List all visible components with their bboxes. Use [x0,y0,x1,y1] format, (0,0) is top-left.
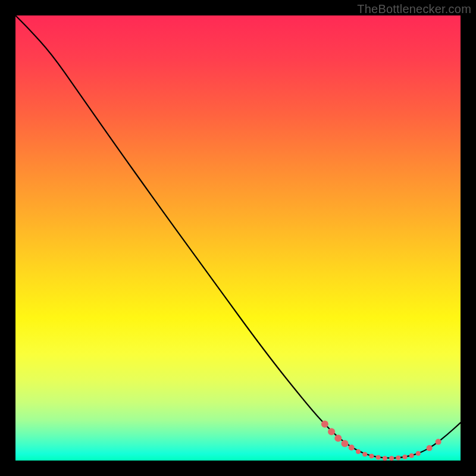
chart-svg [15,15,461,461]
attribution-text: TheBottlenecker.com [357,2,471,16]
marker-point [389,456,394,461]
marker-point [383,456,387,461]
marker-point [362,452,367,457]
marker-point [403,455,408,459]
chart-container [15,15,461,461]
marker-point [409,453,414,458]
marker-point [349,444,355,450]
marker-point [396,456,400,461]
marker-point [427,445,433,451]
marker-point [356,449,361,454]
marker-point [369,454,374,459]
marker-point [342,440,349,447]
marker-point [321,421,328,428]
marker-point [328,428,335,435]
highlighted-markers [321,421,441,461]
bottleneck-curve [15,15,461,458]
marker-point [376,455,381,460]
marker-point [416,451,421,456]
marker-point [436,439,441,445]
marker-point [334,435,342,442]
